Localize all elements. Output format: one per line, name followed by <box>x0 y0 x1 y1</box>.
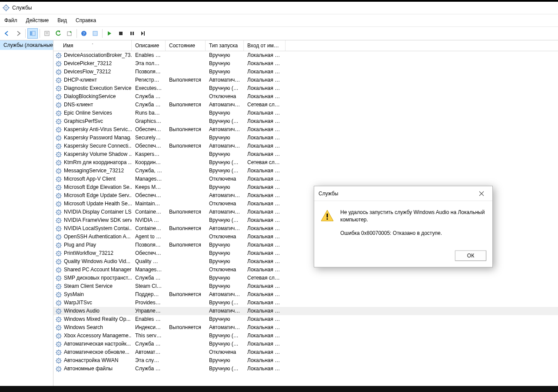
service-row[interactable]: WarpJITSvcProvides a ...Вручную (ак...Ло… <box>53 299 558 307</box>
service-name: Kaspersky Volume Shadow ... <box>64 150 132 158</box>
stop-service-button[interactable] <box>116 28 126 39</box>
col-name[interactable]: ˄Имя <box>53 40 132 51</box>
service-row[interactable]: DevicePicker_73212Эта польз...ВручнуюЛок… <box>53 59 558 68</box>
forward-button[interactable] <box>13 28 23 39</box>
service-row[interactable]: Автонастройка WWANЭта служб...ВручнуюЛок… <box>53 356 558 365</box>
service-row[interactable]: DNS-клиентСлужба D...ВыполняетсяАвтомати… <box>53 101 558 109</box>
service-row[interactable]: Kaspersky Secure Connecti...Обеспечи...В… <box>53 142 558 150</box>
properties-button[interactable] <box>42 28 52 39</box>
dialog-close-button[interactable] <box>475 188 488 199</box>
svg-line-107 <box>56 119 57 120</box>
service-row[interactable]: Автономные файлыСлужба ав...Вручную (ак.… <box>53 365 558 373</box>
service-desc-cell: Container ... <box>132 224 166 233</box>
help2-button[interactable] <box>90 28 100 39</box>
service-logon-cell: Локальная сис... <box>244 216 286 224</box>
service-row[interactable]: DialogBlockingServiceСлужба б...Отключен… <box>53 92 558 101</box>
service-row[interactable]: SysMainПоддержи...ВыполняетсяАвтоматиче.… <box>53 290 558 299</box>
svg-point-62 <box>58 88 60 89</box>
service-row[interactable]: GraphicsPerfSvcGraphics p...Вручную (ак.… <box>53 117 558 125</box>
service-row[interactable]: SMP дисковых пространст...Служба уз...Вр… <box>53 274 558 282</box>
service-logon-cell: Локальная сис... <box>244 117 286 125</box>
service-row[interactable]: Windows AudioУправлен...Автоматиче...Лок… <box>53 307 558 315</box>
service-row[interactable]: Epic Online ServicesRuns back...ВручнуюЛ… <box>53 109 558 117</box>
svg-line-139 <box>56 148 57 148</box>
menu-view[interactable]: Вид <box>57 17 67 23</box>
pause-service-button[interactable] <box>127 28 137 39</box>
service-row[interactable]: Windows Mixed Reality Op...Enables Mi...… <box>53 315 558 323</box>
service-row[interactable]: Microsoft App-V ClientManages A...Отключ… <box>53 175 558 183</box>
service-row[interactable]: Xbox Accessory Manageme...This servic...… <box>53 332 558 340</box>
tree-root-label: Службы (локальные) <box>3 42 53 48</box>
svg-line-168 <box>60 172 61 173</box>
col-start[interactable]: Тип запуска <box>206 40 244 51</box>
refresh-button[interactable] <box>53 28 63 39</box>
svg-line-88 <box>60 106 61 107</box>
service-logon-cell: Сетевая служба <box>244 274 286 282</box>
dialog-ok-button[interactable]: ОК <box>455 250 486 261</box>
menu-help[interactable]: Справка <box>76 17 96 23</box>
svg-line-87 <box>56 103 57 104</box>
col-logon[interactable]: Вход от имени <box>244 40 286 51</box>
service-row[interactable]: Автоматическая настройк...Служба ав...Вр… <box>53 340 558 348</box>
menu-action[interactable]: Действие <box>26 17 49 23</box>
service-row[interactable]: Kaspersky Password Manag...Securely st..… <box>53 134 558 142</box>
show-tree-button[interactable] <box>27 28 38 39</box>
svg-line-280 <box>60 260 61 260</box>
service-name: Windows Search <box>64 323 103 332</box>
svg-line-240 <box>60 227 61 227</box>
service-row[interactable]: KtmRm для координатора ...Координи...Вру… <box>53 158 558 167</box>
service-row[interactable]: Steam Client ServiceSteam Clie...Вручную… <box>53 282 558 290</box>
svg-line-347 <box>56 317 57 318</box>
service-name: GraphicsPerfSvc <box>64 117 103 125</box>
service-row[interactable]: Diagnostic Execution ServiceExecutes di.… <box>53 84 558 92</box>
svg-point-122 <box>58 137 60 138</box>
dialog-titlebar[interactable]: Службы <box>314 186 492 201</box>
svg-line-27 <box>56 53 57 54</box>
svg-line-329 <box>56 304 57 305</box>
svg-line-369 <box>56 337 57 338</box>
service-logon-cell: Сетевая служба <box>244 101 286 109</box>
service-start-cell: Вручную <box>206 134 244 142</box>
back-button[interactable] <box>2 28 12 39</box>
dialog-title: Службы <box>319 191 338 197</box>
start-service-button[interactable] <box>104 28 115 39</box>
svg-line-400 <box>60 359 61 359</box>
svg-point-352 <box>58 327 60 328</box>
col-state[interactable]: Состояние <box>166 40 206 51</box>
service-state-cell <box>166 274 206 282</box>
svg-line-108 <box>60 123 61 124</box>
service-desc-cell: Обеспечи... <box>132 125 166 134</box>
svg-text:?: ? <box>83 31 85 36</box>
svg-line-388 <box>60 354 61 355</box>
svg-line-29 <box>56 57 57 58</box>
menu-file[interactable]: Файл <box>4 17 17 23</box>
service-desc-cell: Служба, о... <box>132 167 166 175</box>
service-row[interactable]: Windows SearchИндексир...ВыполняетсяАвто… <box>53 323 558 332</box>
help-button[interactable]: ? <box>79 28 89 39</box>
service-name-cell: DevicePicker_73212 <box>53 59 132 68</box>
service-row[interactable]: Автоматическое обновле...Автомати...Откл… <box>53 348 558 356</box>
service-start-cell: Вручную <box>206 249 244 257</box>
service-row[interactable]: DeviceAssociationBroker_73...Enables ap.… <box>53 51 558 59</box>
tree-root-services[interactable]: Службы (локальные) <box>0 40 53 50</box>
service-logon-cell: Локальная сис... <box>244 59 286 68</box>
svg-line-380 <box>60 342 61 343</box>
restart-service-button[interactable] <box>138 28 149 39</box>
col-desc[interactable]: Описание <box>132 40 166 51</box>
service-row[interactable]: Kaspersky Volume Shadow ...Kaspersky ...… <box>53 150 558 158</box>
svg-line-407 <box>56 367 57 368</box>
service-row[interactable]: MessagingService_73212Служба, о...Вручну… <box>53 167 558 175</box>
svg-line-98 <box>60 115 61 115</box>
svg-line-140 <box>60 144 61 145</box>
service-desc-cell: Обеспечи... <box>132 249 166 257</box>
svg-point-132 <box>58 145 60 147</box>
service-row[interactable]: DHCP-клиентРегистрир...ВыполняетсяАвтома… <box>53 76 558 84</box>
svg-line-289 <box>56 271 57 272</box>
service-start-cell: Вручную (ак... <box>206 299 244 307</box>
service-row[interactable]: Kaspersky Anti-Virus Servic...Обеспечи..… <box>53 125 558 134</box>
service-desc-cell: Служба D... <box>132 101 166 109</box>
export-button[interactable] <box>64 28 75 39</box>
service-name: DevicesFlow_73212 <box>64 68 111 76</box>
svg-point-52 <box>58 79 60 81</box>
service-row[interactable]: DevicesFlow_73212Позволяет...ВручнуюЛока… <box>53 68 558 76</box>
